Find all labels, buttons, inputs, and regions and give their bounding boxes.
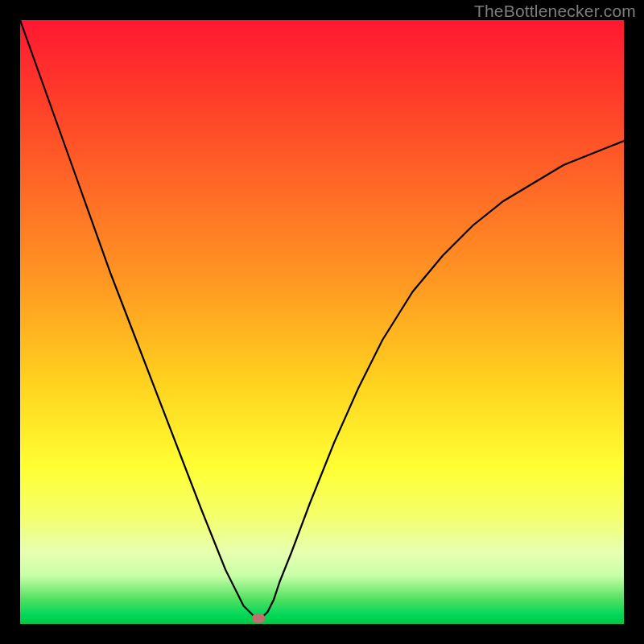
watermark-text: TheBottlenecker.com <box>474 2 636 21</box>
bottleneck-curve <box>20 20 624 624</box>
optimal-point-marker <box>252 613 265 622</box>
chart-frame: TheBottlenecker.com <box>0 0 644 644</box>
plot-area <box>20 20 624 624</box>
